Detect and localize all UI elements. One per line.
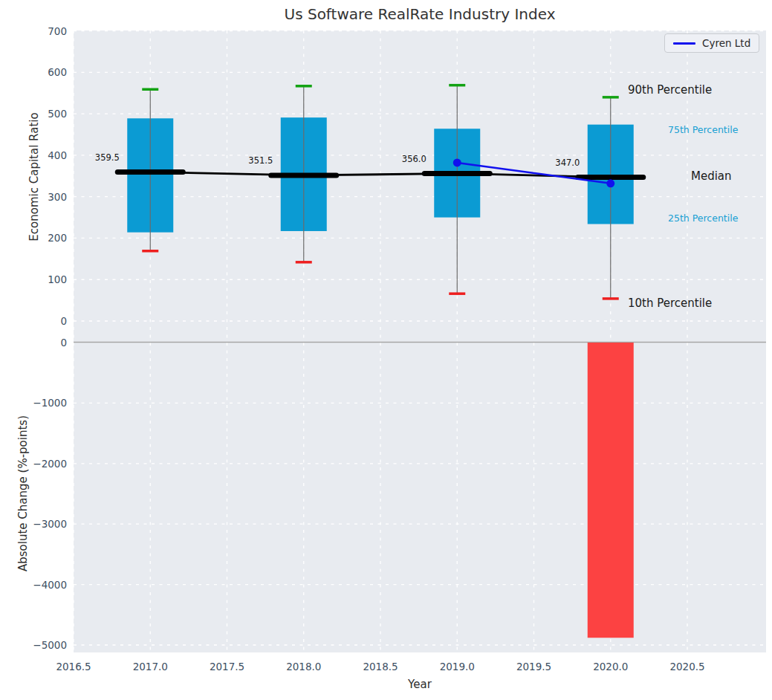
- y-tick-label-top: 100: [21, 273, 67, 285]
- y-tick-label-top: 600: [21, 66, 67, 78]
- boxplot-figure: Us Software RealRate Industry Index Econ…: [0, 0, 772, 700]
- x-tick-label: 2018.5: [351, 661, 410, 673]
- y-tick-label-top: 0: [21, 315, 67, 327]
- annotation-median: Median: [691, 169, 732, 183]
- annotation-10th-percentile: 10th Percentile: [628, 296, 712, 310]
- cyren-point-2020: [606, 179, 614, 187]
- annotation-75th-percentile: 75th Percentile: [668, 124, 738, 135]
- annotation-25th-percentile: 25th Percentile: [668, 213, 738, 224]
- y-tick-label-bottom: −5000: [21, 639, 67, 651]
- y-tick-label-top: 400: [21, 149, 67, 161]
- chart-title: Us Software RealRate Industry Index: [74, 5, 766, 23]
- x-axis-label: Year: [74, 678, 766, 691]
- y-axis-label-bottom: Absolute Change (%-points): [16, 415, 30, 571]
- legend-label: Cyren Ltd: [702, 37, 750, 49]
- box-median-label: 351.5: [228, 155, 273, 166]
- x-tick-label: 2018.0: [274, 661, 334, 673]
- box-median-label: 347.0: [535, 158, 580, 168]
- legend: Cyren Ltd: [664, 33, 759, 53]
- x-tick-label: 2019.0: [427, 661, 487, 673]
- top-panel-background: [74, 30, 766, 332]
- x-tick-label: 2019.5: [505, 661, 564, 673]
- bottom-panel-background: [74, 332, 766, 652]
- legend-line-swatch: [673, 42, 695, 45]
- y-tick-label-top: 200: [21, 232, 67, 244]
- y-axis-label-top: Economic Capital Ratio: [27, 112, 41, 241]
- x-tick-label: 2017.0: [120, 661, 180, 673]
- plot-canvas: [0, 0, 772, 700]
- y-tick-label-top: 700: [21, 25, 67, 37]
- y-tick-label-bottom: −1000: [21, 397, 67, 409]
- y-tick-label-top: 500: [21, 108, 67, 120]
- x-tick-label: 2016.5: [44, 661, 103, 673]
- x-tick-label: 2020.0: [581, 661, 640, 673]
- y-tick-label-bottom: 0: [21, 337, 67, 349]
- y-tick-label-bottom: −4000: [21, 579, 67, 591]
- cyren-point-2019: [453, 158, 461, 166]
- x-tick-label: 2020.5: [658, 661, 717, 673]
- box-median-label: 356.0: [382, 154, 426, 164]
- annotation-90th-percentile: 90th Percentile: [628, 83, 712, 97]
- y-tick-label-bottom: −3000: [21, 518, 67, 530]
- change-bar-2020: [588, 343, 634, 638]
- y-tick-label-bottom: −2000: [21, 458, 67, 470]
- box-median-label: 359.5: [75, 152, 120, 163]
- x-tick-label: 2017.5: [198, 661, 257, 673]
- y-tick-label-top: 300: [21, 191, 67, 203]
